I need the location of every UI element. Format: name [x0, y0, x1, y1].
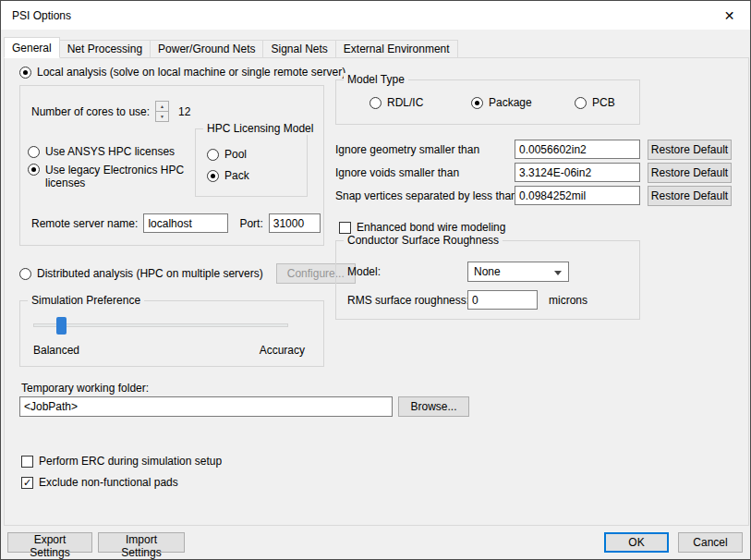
- package-radio[interactable]: [471, 97, 483, 109]
- ignore-voids-input[interactable]: [515, 163, 640, 182]
- exclude-pads-row: ✓ Exclude non-functional pads: [21, 476, 178, 489]
- model-type-title: Model Type: [344, 73, 408, 86]
- ignore-voids-row: Ignore voids smaller than Restore Defaul…: [335, 163, 732, 183]
- ansys-hpc-label[interactable]: Use ANSYS HPC licenses: [45, 145, 175, 158]
- port-label: Port:: [239, 217, 262, 230]
- arrow-up-icon: ▲: [160, 103, 164, 109]
- remote-server-row: Remote server name: Port:: [31, 213, 321, 233]
- erc-checkbox[interactable]: [21, 456, 33, 468]
- browse-button[interactable]: Browse...: [398, 396, 469, 417]
- pcb-row: PCB: [575, 96, 615, 109]
- erc-label[interactable]: Perform ERC during simulation setup: [39, 455, 222, 468]
- local-analysis-label[interactable]: Local analysis (solve on local machine o…: [37, 66, 345, 79]
- remote-server-input[interactable]: [143, 213, 228, 233]
- balanced-label: Balanced: [33, 344, 79, 357]
- distributed-analysis-label[interactable]: Distributed analysis (HPC on multiple se…: [37, 267, 263, 280]
- rms-roughness-label: RMS surface roughness:: [347, 294, 469, 307]
- conductor-roughness-group: Conductor Surface Roughness Model: None …: [335, 240, 640, 320]
- tab-signal-nets[interactable]: Signal Nets: [262, 40, 335, 58]
- local-analysis-group: Number of cores to use: ▲ ▼ 12 Use ANSYS…: [19, 85, 324, 246]
- local-analysis-row: Local analysis (solve on local machine o…: [19, 66, 345, 79]
- model-type-group: Model Type RDL/IC Package PCB: [335, 79, 640, 125]
- cores-label: Number of cores to use:: [31, 105, 150, 118]
- remote-server-label: Remote server name:: [31, 217, 138, 230]
- rms-roughness-input[interactable]: [467, 290, 538, 310]
- legacy-hpc-label[interactable]: Use legacy Electronics HPC licenses: [45, 164, 191, 189]
- pcb-radio[interactable]: [575, 97, 587, 109]
- import-settings-button[interactable]: Import Settings: [98, 532, 185, 553]
- rdl-ic-radio[interactable]: [369, 97, 382, 109]
- tab-power-ground-nets[interactable]: Power/Ground Nets: [150, 40, 263, 58]
- conductor-roughness-title: Conductor Surface Roughness: [344, 234, 503, 247]
- cancel-button[interactable]: Cancel: [678, 532, 743, 553]
- rdl-ic-row: RDL/IC: [369, 96, 423, 109]
- bond-wire-row: Enhanced bond wire modeling: [339, 221, 505, 234]
- ansys-hpc-row: Use ANSYS HPC licenses: [28, 145, 175, 158]
- bond-wire-label[interactable]: Enhanced bond wire modeling: [357, 221, 505, 234]
- pool-row: Pool: [207, 148, 247, 161]
- legacy-hpc-radio[interactable]: [28, 164, 40, 176]
- cores-value: 12: [178, 105, 190, 118]
- ansys-hpc-radio[interactable]: [28, 146, 40, 158]
- tab-net-processing[interactable]: Net Processing: [59, 40, 151, 58]
- roughness-model-value: None: [474, 265, 501, 278]
- accuracy-label: Accuracy: [260, 344, 305, 357]
- temp-folder-label: Temporary working folder:: [21, 382, 149, 395]
- snap-vertices-row: Snap vertices separated by less than Res…: [335, 186, 732, 206]
- restore-default-button-2[interactable]: Restore Default: [648, 163, 732, 183]
- ignore-geometry-row: Ignore geometry smaller than Restore Def…: [335, 140, 732, 160]
- distributed-analysis-radio[interactable]: [19, 268, 31, 280]
- roughness-model-dropdown[interactable]: None: [467, 262, 569, 282]
- microns-label: microns: [549, 294, 587, 307]
- temp-folder-input[interactable]: [19, 396, 393, 417]
- close-button[interactable]: ✕: [709, 1, 750, 30]
- simulation-preference-group: Simulation Preference Balanced Accuracy: [19, 300, 324, 367]
- pcb-label[interactable]: PCB: [592, 96, 615, 109]
- snap-vertices-label: Snap vertices separated by less than: [335, 189, 517, 202]
- erc-row: Perform ERC during simulation setup: [21, 455, 222, 468]
- psi-options-dialog: PSI Options ✕ General Net Processing Pow…: [0, 0, 751, 560]
- ignore-voids-label: Ignore voids smaller than: [335, 166, 459, 179]
- ok-button[interactable]: OK: [604, 532, 669, 553]
- tab-bar: General Net Processing Power/Ground Nets…: [4, 37, 457, 58]
- hpc-licensing-model-title: HPC Licensing Model: [203, 122, 317, 135]
- snap-vertices-input[interactable]: [515, 186, 640, 205]
- tab-page-general: Local analysis (solve on local machine o…: [4, 57, 749, 526]
- window-title: PSI Options: [12, 9, 71, 22]
- spinner-up-button[interactable]: ▲: [155, 101, 169, 112]
- export-settings-button[interactable]: Export Settings: [7, 532, 92, 553]
- chevron-down-icon: [554, 271, 562, 275]
- restore-default-button-1[interactable]: Restore Default: [648, 140, 732, 160]
- pool-radio[interactable]: [207, 149, 219, 161]
- tab-external-environment[interactable]: External Environment: [335, 40, 458, 58]
- roughness-model-label: Model:: [347, 265, 381, 278]
- port-input[interactable]: [269, 213, 321, 233]
- cores-spinner: ▲ ▼: [155, 101, 169, 122]
- tab-general[interactable]: General: [4, 37, 60, 58]
- slider-thumb[interactable]: [56, 317, 67, 335]
- ignore-geometry-input[interactable]: [515, 140, 640, 159]
- pack-label[interactable]: Pack: [224, 169, 249, 182]
- check-icon: ✓: [23, 478, 31, 488]
- package-label[interactable]: Package: [489, 96, 532, 109]
- local-analysis-radio[interactable]: [19, 67, 31, 79]
- pack-radio[interactable]: [207, 170, 219, 182]
- restore-default-button-3[interactable]: Restore Default: [648, 186, 732, 206]
- legacy-hpc-row: Use legacy Electronics HPC licenses: [28, 164, 191, 189]
- titlebar: PSI Options ✕: [1, 1, 750, 30]
- pool-label[interactable]: Pool: [224, 148, 247, 161]
- hpc-licensing-model-group: HPC Licensing Model Pool Pack: [195, 128, 308, 197]
- bond-wire-checkbox[interactable]: [339, 222, 351, 234]
- exclude-pads-label[interactable]: Exclude non-functional pads: [39, 476, 178, 489]
- cores-row: Number of cores to use: ▲ ▼ 12: [31, 101, 190, 122]
- pack-row: Pack: [207, 169, 249, 182]
- package-row: Package: [471, 96, 532, 109]
- rdl-ic-label[interactable]: RDL/IC: [387, 96, 423, 109]
- arrow-down-icon: ▼: [160, 114, 164, 119]
- exclude-pads-checkbox[interactable]: ✓: [21, 477, 33, 489]
- simulation-preference-title: Simulation Preference: [28, 294, 144, 307]
- spinner-down-button[interactable]: ▼: [155, 112, 169, 122]
- close-icon: ✕: [724, 8, 735, 23]
- distributed-analysis-row: Distributed analysis (HPC on multiple se…: [19, 263, 356, 284]
- simulation-preference-slider[interactable]: [33, 323, 288, 327]
